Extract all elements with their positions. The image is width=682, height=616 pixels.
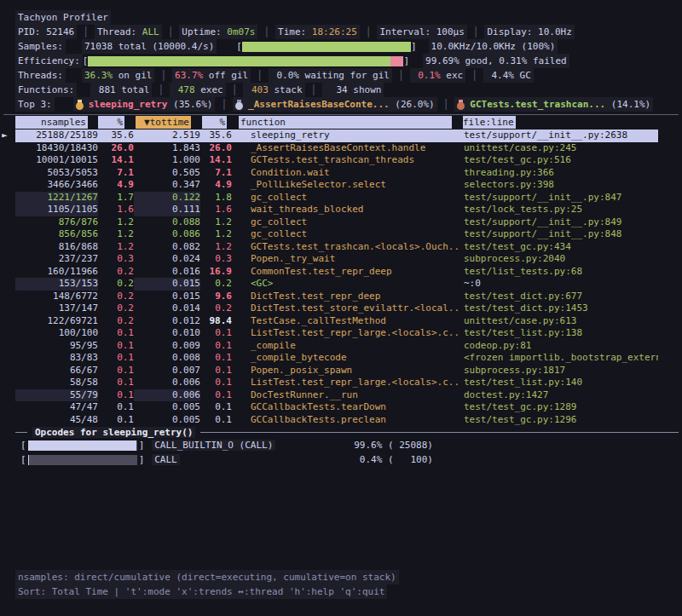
table-row[interactable]: 58/58 0.1 0.006 0.1 ListTest.test_repr_l…: [2, 377, 658, 389]
cell-percent-direct: 1.2: [98, 241, 134, 254]
opcode-row: [ ] CALL 0.4% ( 100): [0, 452, 682, 467]
cell-percent-cumulative: 0.1: [200, 377, 232, 389]
cell-tottime: 0.006: [134, 389, 200, 402]
samples-bar-fill: [242, 42, 411, 52]
status-item: Time: 18:26:25: [275, 25, 360, 39]
cell-nsamples: 5053/5053: [15, 167, 98, 180]
cell-file-line: <frozen importlib._bootstrap_externa: [460, 352, 658, 365]
samples-total: 71038 total (10000.4/s): [82, 39, 217, 54]
table-row[interactable]: 45/48 0.1 0.005 0.1 GCCallbackTests.prec…: [2, 414, 658, 427]
top3-entry[interactable]: _AssertRaisesBaseConte... (26.0%): [233, 97, 437, 112]
table-row[interactable]: 5053/5053 7.1 0.505 7.1 Condition.wait t…: [2, 167, 658, 180]
title-line: Tachyon Profiler: [0, 10, 682, 25]
table-row[interactable]: 10001/10015 14.1 1.000 14.1 GCTests.test…: [2, 154, 658, 167]
table-row[interactable]: ► 25188/25189 35.6 2.519 35.6 sleeping_r…: [2, 130, 658, 142]
cell-function: DocTestRunner.__run: [232, 389, 460, 402]
cell-tottime: 0.122: [134, 192, 200, 204]
cell-tottime: 0.086: [134, 228, 200, 241]
table-row[interactable]: 237/237 0.3 0.024 0.3 Popen._try_wait su…: [2, 253, 658, 266]
opcode-value: 0.4% ( 100): [354, 454, 433, 465]
cell-percent-cumulative: 0.1: [200, 352, 232, 365]
cell-percent-cumulative: 16.9: [200, 266, 232, 279]
column-header-tottime-sorted[interactable]: ▼tottime: [136, 116, 191, 129]
table-row[interactable]: 122/69721 0.2 0.012 98.4 TestCase._callT…: [2, 315, 658, 328]
separator: │: [305, 83, 323, 97]
gold-medal-icon: [76, 100, 84, 110]
column-header-percent-cumulative[interactable]: %: [202, 116, 227, 129]
efficiency-label: Efficiency:: [15, 54, 83, 68]
cell-nsamples: 153/153: [15, 278, 98, 291]
cell-percent-cumulative: 0.3: [200, 253, 232, 266]
cell-tottime: 0.505: [134, 167, 200, 180]
table-row[interactable]: 47/47 0.1 0.005 0.1 GCCallbackTests.tear…: [2, 401, 658, 414]
separator: │: [360, 25, 378, 39]
cell-tottime: 0.007: [134, 365, 200, 377]
table-row[interactable]: 66/67 0.1 0.007 0.1 Popen._posix_spawn s…: [2, 365, 658, 377]
cell-function: ListTest.test_repr_large.<locals>.c...: [232, 377, 460, 389]
stat-segment: 0.0% waiting for gil: [269, 68, 392, 83]
efficiency-bar-open-bracket: [: [83, 54, 89, 68]
opcode-bar-fill: [28, 440, 136, 451]
cell-percent-direct: 0.1: [98, 340, 134, 353]
table-row[interactable]: 18430/18430 26.0 1.843 26.0 _AssertRaise…: [2, 142, 658, 155]
column-header-percent-direct[interactable]: %: [98, 116, 124, 129]
cell-percent-direct: 1.2: [98, 228, 134, 241]
separator: │: [226, 83, 244, 97]
table-row[interactable]: 55/79 0.1 0.006 0.1 DocTestRunner.__run …: [2, 389, 658, 402]
column-header-file-line[interactable]: file:line: [463, 116, 516, 129]
opcode-value: 99.6% ( 25088): [354, 440, 433, 451]
cell-nsamples: 95/95: [15, 340, 98, 353]
cell-percent-direct: 0.1: [98, 327, 134, 340]
top3-entry[interactable]: GCTests.test_trashcan... (14.1%): [454, 97, 653, 112]
cell-tottime: 0.009: [134, 340, 200, 353]
table-row[interactable]: 83/83 0.1 0.008 0.1 _compile_bytecode <f…: [2, 352, 658, 365]
cell-function: GCTests.test_trashcan.<locals>.Ouch...: [232, 241, 460, 254]
cell-percent-cumulative: 1.2: [200, 216, 232, 229]
nsamples-legend: nsamples: direct/cumulative (direct=exec…: [15, 570, 399, 584]
table-row[interactable]: 816/868 1.2 0.082 1.2 GCTests.test_trash…: [2, 241, 658, 254]
table-row[interactable]: 160/11966 0.2 0.016 16.9 CommonTest.test…: [2, 266, 658, 279]
cell-percent-cumulative: 4.9: [200, 179, 232, 192]
samples-bar: [242, 42, 411, 52]
table-row[interactable]: 1221/1267 1.7 0.122 1.8 gc_collect test/…: [2, 192, 658, 204]
cell-file-line: test/test_gc.py:1296: [460, 414, 658, 427]
table-row[interactable]: 137/147 0.2 0.014 0.2 DictTest.test_stor…: [2, 302, 658, 315]
cell-nsamples: 148/6772: [15, 291, 98, 303]
efficiency-line: Efficiency: [ ] 99.69% good, 0.31% faile…: [0, 54, 682, 68]
top3-entry[interactable]: sleeping_retry (35.6%): [73, 97, 216, 112]
table-row[interactable]: 876/876 1.2 0.088 1.2 gc_collect test/su…: [2, 216, 658, 229]
table-row[interactable]: 148/6772 0.2 0.015 9.6 DictTest.test_rep…: [2, 291, 658, 303]
top3-percent: (26.0%): [390, 97, 435, 112]
table-row[interactable]: 100/100 0.1 0.010 0.1 ListTest.test_repr…: [2, 327, 658, 340]
column-header-nsamples[interactable]: nsamples: [15, 116, 88, 129]
cell-file-line: doctest.py:1427: [460, 389, 658, 402]
top3-percent: (35.6%): [167, 97, 212, 112]
table-row[interactable]: 856/856 1.2 0.086 1.2 gc_collect test/su…: [2, 228, 658, 241]
table-row[interactable]: 3466/3466 4.9 0.347 4.9 _PollLikeSelecto…: [2, 179, 658, 192]
row-label: Threads:: [15, 68, 66, 83]
table-row[interactable]: 1105/1105 1.6 0.111 1.6 wait_threads_blo…: [2, 204, 658, 216]
cell-percent-cumulative: 0.1: [200, 365, 232, 377]
cell-percent-cumulative: 0.2: [200, 278, 232, 291]
efficiency-bar-close-bracket: ]: [403, 54, 409, 68]
cell-file-line: test/list_tests.py:68: [460, 266, 658, 279]
opcode-bar-close-bracket: ]: [139, 454, 145, 465]
cell-percent-cumulative: 14.1: [200, 154, 232, 167]
table-row[interactable]: 95/95 0.1 0.009 0.1 _compile codeop.py:8…: [2, 340, 658, 353]
cell-file-line: subprocess.py:2040: [460, 253, 658, 266]
status-item: PID: 52146: [15, 25, 77, 39]
cell-function: gc_collect: [232, 228, 460, 241]
cell-percent-cumulative: 7.1: [200, 167, 232, 180]
column-header-function[interactable]: function: [239, 116, 452, 129]
cell-nsamples: 160/11966: [15, 266, 98, 279]
samples-line: Samples: 71038 total (10000.4/s) [ ] 10.…: [0, 39, 682, 54]
efficiency-summary: 99.69% good, 0.31% failed: [423, 54, 569, 68]
bronze-medal-icon: [457, 100, 465, 110]
cell-nsamples: 25188/25189: [15, 130, 98, 142]
cell-file-line: test/test_gc.py:1289: [460, 401, 658, 414]
table-row[interactable]: 153/153 0.2 0.015 0.2 <GC> ~:0: [2, 278, 658, 291]
separator: │: [154, 68, 172, 83]
top3-label: Top 3:: [15, 97, 55, 112]
cell-function: Condition.wait: [232, 167, 460, 180]
footer: nsamples: direct/cumulative (direct=exec…: [0, 570, 682, 599]
